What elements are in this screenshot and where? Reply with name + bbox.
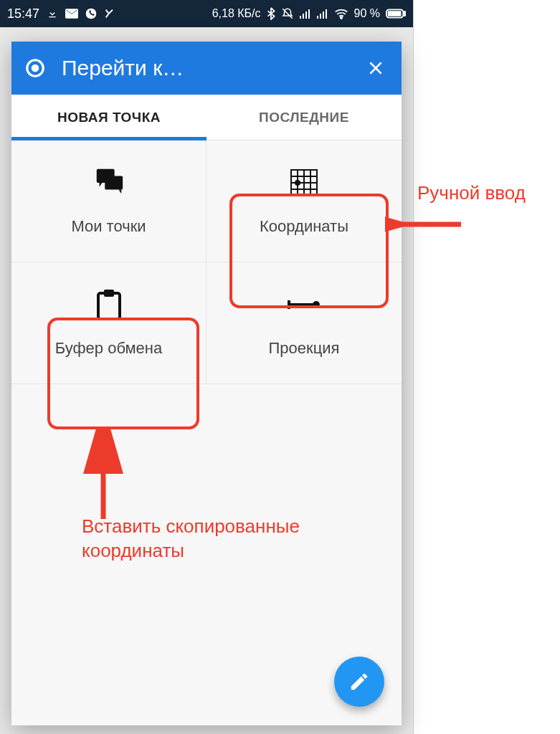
- svg-point-24: [295, 181, 300, 185]
- mute-icon: [281, 7, 294, 20]
- status-time: 15:47: [7, 6, 39, 22]
- option-projection[interactable]: Проекция: [207, 262, 402, 384]
- signal-icon-1: [300, 9, 311, 19]
- phone-frame: 15:47 6,18 КБ/с: [0, 0, 413, 734]
- annotation-text-manual: Ручной ввод: [417, 182, 526, 204]
- svg-rect-11: [404, 11, 405, 16]
- target-icon: [24, 57, 46, 79]
- option-grid: Мои точки Координаты Буфер обмена: [11, 140, 402, 384]
- svg-rect-6: [320, 14, 321, 19]
- tab-label: ПОСЛЕДНИЕ: [259, 110, 349, 125]
- chat-icon: [91, 167, 127, 199]
- svg-rect-7: [323, 11, 324, 19]
- svg-point-29: [313, 301, 320, 308]
- svg-point-9: [340, 17, 342, 19]
- option-label: Мои точки: [71, 217, 146, 236]
- option-my-points[interactable]: Мои точки: [11, 140, 207, 262]
- goto-dialog: Перейти к… НОВАЯ ТОЧКА ПОСЛЕДНИЕ Мои точ…: [11, 42, 402, 725]
- status-datarate: 6,18 КБ/с: [212, 7, 261, 20]
- tab-recent[interactable]: ПОСЛЕДНИЕ: [207, 95, 402, 140]
- svg-rect-16: [105, 176, 123, 189]
- svg-rect-28: [288, 300, 290, 309]
- svg-rect-26: [104, 290, 114, 297]
- svg-rect-8: [326, 9, 327, 19]
- option-label: Проекция: [269, 339, 340, 358]
- svg-rect-2: [303, 14, 304, 19]
- option-label: Буфер обмена: [55, 339, 163, 358]
- tab-bar: НОВАЯ ТОЧКА ПОСЛЕДНИЕ: [11, 95, 402, 140]
- annotation-arrow-clipboard: [82, 429, 125, 522]
- svg-rect-5: [317, 16, 318, 19]
- tab-new-point[interactable]: НОВАЯ ТОЧКА: [11, 95, 207, 140]
- signal-icon-2: [317, 9, 328, 19]
- close-icon: [366, 59, 385, 77]
- status-battery-pct: 90 %: [354, 7, 380, 20]
- annotation-arrow-coordinates: [385, 206, 464, 242]
- svg-rect-27: [288, 303, 313, 306]
- close-button[interactable]: [360, 52, 391, 84]
- battery-icon: [386, 9, 406, 19]
- svg-rect-3: [305, 11, 307, 19]
- tab-label: НОВАЯ ТОЧКА: [57, 110, 161, 125]
- dialog-header: Перейти к…: [11, 42, 402, 95]
- phone-icon: [85, 8, 97, 19]
- annotation-text-clipboard: Вставить скопированные координаты: [82, 515, 340, 563]
- fab-edit[interactable]: [334, 657, 384, 707]
- projection-icon: [286, 289, 322, 320]
- bluetooth-icon: [267, 7, 275, 20]
- mail-icon: [65, 9, 78, 19]
- svg-rect-12: [388, 11, 402, 16]
- pencil-icon: [348, 671, 370, 692]
- option-clipboard[interactable]: Буфер обмена: [11, 262, 207, 384]
- dialog-title: Перейти к…: [62, 56, 344, 80]
- download-icon: [47, 8, 58, 19]
- svg-rect-25: [98, 293, 120, 319]
- svg-point-14: [32, 65, 38, 71]
- grid-icon: [286, 167, 322, 199]
- option-label: Координаты: [260, 217, 348, 236]
- check-icon: [104, 8, 115, 19]
- svg-rect-4: [308, 9, 310, 19]
- option-coordinates[interactable]: Координаты: [207, 140, 402, 262]
- svg-rect-1: [300, 16, 301, 19]
- wifi-icon: [334, 8, 348, 19]
- status-bar: 15:47 6,18 КБ/с: [0, 0, 413, 27]
- clipboard-icon: [91, 289, 127, 320]
